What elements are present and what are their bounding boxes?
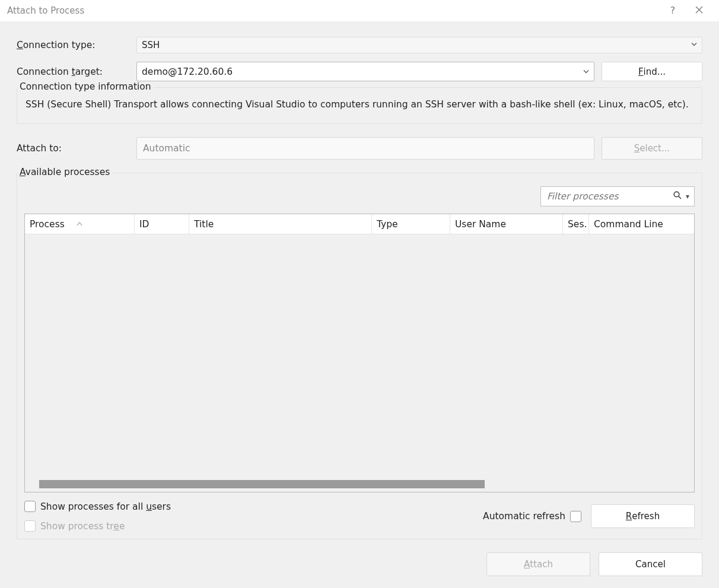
help-icon[interactable]: ? [660,5,686,16]
svg-point-0 [674,192,679,197]
column-title[interactable]: Title [189,214,371,234]
automatic-refresh-checkbox[interactable] [570,511,581,522]
automatic-refresh-label: Automatic refresh [483,511,565,522]
connection-type-row: Connection type: SSH [17,37,702,53]
show-process-tree-checkbox-row: Show process tree [24,520,171,532]
column-type[interactable]: Type [371,214,450,234]
show-all-users-checkbox[interactable] [24,501,36,512]
attach-to-process-dialog: Attach to Process ? Connection type: SSH… [0,0,719,588]
titlebar: Attach to Process ? [0,0,719,21]
scroll-thumb[interactable] [39,480,485,488]
attach-button: Attach [486,552,590,576]
available-processes-group: Available processes ▾ Process [17,173,702,539]
processes-table-header: Process ID Title Type User Name Ses... C… [25,214,694,234]
show-process-tree-checkbox [24,520,36,532]
attach-to-label: Attach to: [17,143,136,154]
connection-target-input[interactable] [136,62,594,81]
search-icon[interactable] [673,190,682,202]
cancel-button[interactable]: Cancel [599,552,702,576]
close-icon[interactable] [686,6,712,15]
find-button[interactable]: Find... [602,62,702,81]
filter-dropdown-icon[interactable]: ▾ [686,192,689,201]
filter-bar: ▾ [24,186,695,206]
column-command-line[interactable]: Command Line [588,214,694,234]
column-process[interactable]: Process [25,214,134,234]
dialog-content: Connection type: SSH Connection target: [0,21,719,588]
connection-type-info-text: SSH (Secure Shell) Transport allows conn… [26,97,693,112]
connection-target-row: Connection target: Find... [17,62,702,81]
connection-type-label: Connection type: [17,40,136,50]
attach-to-value [136,137,594,160]
column-user-name[interactable]: User Name [450,214,562,234]
connection-type-select[interactable]: SSH [136,37,702,53]
connection-type-info-group: Connection type information SSH (Secure … [17,87,702,124]
processes-table: Process ID Title Type User Name Ses... C… [24,214,695,492]
select-button: Select... [602,137,702,160]
filter-processes-input[interactable] [546,187,670,206]
available-processes-legend: Available processes [17,167,112,177]
automatic-refresh-row[interactable]: Automatic refresh [483,511,581,522]
sort-asc-icon [77,221,82,227]
filter-processes-field[interactable]: ▾ [540,186,695,206]
dialog-footer: Attach Cancel [17,539,702,576]
process-options-row: Show processes for all users Show proces… [24,501,695,532]
column-id[interactable]: ID [134,214,189,234]
show-all-users-checkbox-row[interactable]: Show processes for all users [24,501,171,512]
refresh-button[interactable]: Refresh [591,504,695,528]
connection-target-label: Connection target: [17,66,136,77]
connection-type-info-legend: Connection type information [17,81,154,92]
column-session[interactable]: Ses... [562,214,588,234]
attach-to-row: Attach to: Select... [17,137,702,160]
processes-table-body [25,234,694,492]
window-title: Attach to Process [7,5,660,16]
horizontal-scrollbar[interactable] [39,480,694,488]
